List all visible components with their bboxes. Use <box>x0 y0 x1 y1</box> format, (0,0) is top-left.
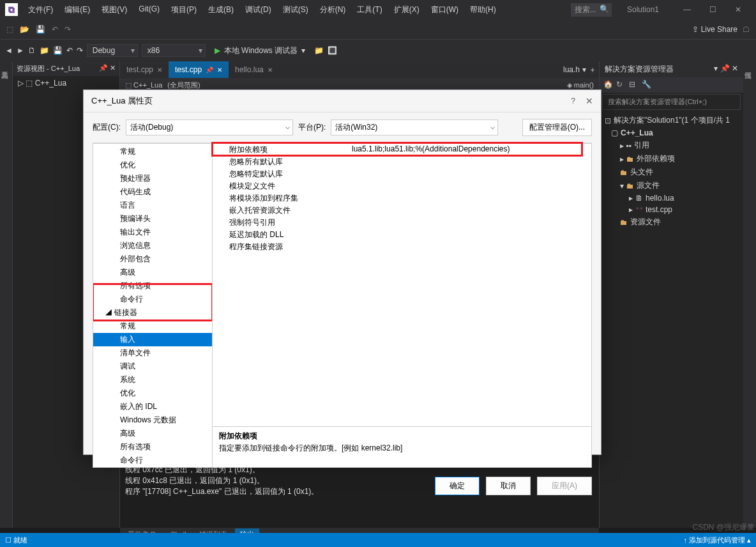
scope-context[interactable]: (全局范围) <box>167 81 561 90</box>
tree-item[interactable]: 语言 <box>93 199 212 212</box>
user-icon[interactable]: ☖ <box>741 24 751 35</box>
menu-item[interactable]: 测试(S) <box>278 2 314 18</box>
new-icon[interactable]: 🗋 <box>28 46 36 55</box>
platform-combobox[interactable]: x86 <box>142 44 206 57</box>
live-share-button[interactable]: ⇪ Live Share <box>692 25 737 34</box>
pane-pin-icon[interactable]: 📌 ✕ <box>99 64 116 73</box>
tree-item[interactable]: 系统 <box>93 373 212 387</box>
tree-item[interactable]: 浏览信息 <box>93 239 212 252</box>
tree-item[interactable]: 优化 <box>93 158 212 172</box>
property-row[interactable]: 附加依赖项lua5.1.lib;lua51.lib;%(AdditionalDe… <box>213 144 591 156</box>
apply-button[interactable]: 应用(A) <box>537 477 592 495</box>
redo2-icon[interactable]: ↷ <box>77 46 83 55</box>
tree-item[interactable]: 预编译头 <box>93 212 212 226</box>
menu-item[interactable]: 调试(D) <box>240 2 276 18</box>
property-row[interactable]: 程序集链接资源 <box>213 241 591 253</box>
open-folder-icon[interactable]: 📁 <box>40 46 49 55</box>
save-all-icon[interactable]: 💾 <box>53 46 63 55</box>
tree-item[interactable]: 清单文件 <box>93 346 212 360</box>
properties-icon[interactable]: 🔳 <box>328 46 337 55</box>
external-deps-node[interactable]: ▸ 🖿 外部依赖项 <box>602 152 741 166</box>
menu-item[interactable]: 窗口(W) <box>426 2 464 18</box>
home-icon[interactable]: 🏠 <box>603 80 614 90</box>
menu-item[interactable]: 帮助(H) <box>465 2 501 18</box>
platform-select[interactable]: 活动(Win32) <box>331 119 498 135</box>
pin-icon[interactable]: 📌 <box>720 64 730 73</box>
tree-item[interactable]: 输入 <box>93 333 212 346</box>
menu-item[interactable]: 编辑(E) <box>59 2 95 18</box>
pin-icon[interactable]: 📌 <box>206 66 213 73</box>
tree-item[interactable]: 优化 <box>93 387 212 400</box>
chevron-down-icon[interactable]: ▾ <box>582 65 586 74</box>
right-sidebar-tab[interactable]: 属性 <box>743 61 756 528</box>
property-row[interactable]: 忽略所有默认库 <box>213 156 591 168</box>
resources-node[interactable]: 🖿 资源文件 <box>602 215 741 229</box>
toggle-icon[interactable]: ⊟ <box>629 80 639 90</box>
property-row[interactable]: 延迟加载的 DLL <box>213 229 591 241</box>
tree-item[interactable]: 所有选项 <box>93 440 212 454</box>
project-node[interactable]: ▢ C++_Lua <box>602 127 741 139</box>
editor-tab[interactable]: test.cpp ✕ <box>120 61 169 78</box>
tree-item[interactable]: 输出文件 <box>93 226 212 239</box>
source-control-status[interactable]: ↑ 添加到源代码管理 ▴ <box>683 535 751 545</box>
tree-item[interactable]: 预处理器 <box>93 172 212 185</box>
undo2-icon[interactable]: ↶ <box>66 46 73 55</box>
fwd-icon[interactable]: ► <box>17 46 24 55</box>
tree-item[interactable]: 高级 <box>93 427 212 440</box>
tree-item[interactable]: ◢ 链接器 <box>93 306 212 320</box>
search-input[interactable]: 搜索... 🔍 <box>571 3 612 17</box>
property-grid[interactable]: 附加依赖项lua5.1.lib;lua51.lib;%(AdditionalDe… <box>213 144 591 426</box>
property-row[interactable]: 嵌入托管资源文件 <box>213 204 591 217</box>
sync-icon[interactable]: ↻ <box>616 80 626 90</box>
property-row[interactable]: 模块定义文件 <box>213 180 591 192</box>
tree-item[interactable]: Windows 元数据 <box>93 413 212 427</box>
folder-icon[interactable]: 📁 <box>314 46 324 55</box>
config-combobox[interactable]: Debug <box>87 44 138 57</box>
menu-item[interactable]: 工具(T) <box>352 2 387 18</box>
tree-item[interactable]: 常规 <box>93 145 212 158</box>
redo-icon[interactable]: ↷ <box>63 24 72 35</box>
tree-item[interactable]: 代码生成 <box>93 185 212 199</box>
tree-item[interactable]: 命令行 <box>93 293 212 306</box>
menu-item[interactable]: 生成(B) <box>203 2 239 18</box>
tree-item[interactable]: 所有选项 <box>93 279 212 293</box>
headers-node[interactable]: 🖿 头文件 <box>602 166 741 179</box>
menu-item[interactable]: Git(G) <box>133 2 165 18</box>
back-icon[interactable]: ◄ <box>5 46 13 55</box>
undo-icon[interactable]: ↶ <box>50 24 59 35</box>
nav-back-icon[interactable]: ⬚ <box>5 24 15 35</box>
menu-item[interactable]: 扩展(X) <box>389 2 425 18</box>
cancel-button[interactable]: 取消 <box>486 477 531 495</box>
left-sidebar-tab[interactable]: 工具箱 <box>0 61 13 528</box>
source-node[interactable]: ▾ 🖿 源文件 <box>602 179 741 192</box>
help-icon[interactable]: ? <box>571 96 575 105</box>
close-button[interactable]: ✕ <box>725 2 751 17</box>
solution-root[interactable]: ⊡ 解决方案"Solution1"(1 个项目/共 1 <box>602 114 741 127</box>
menu-item[interactable]: 视图(V) <box>96 2 132 18</box>
close-tab-icon[interactable]: ✕ <box>217 66 222 73</box>
editor-tab[interactable]: hello.lua ✕ <box>229 61 279 78</box>
menu-item[interactable]: 项目(P) <box>166 2 202 18</box>
menu-item[interactable]: 分析(N) <box>315 2 351 18</box>
source-file[interactable]: ▸ ⁺⁺ test.cpp <box>602 204 741 215</box>
editor-tab[interactable]: test.cpp 📌 ✕ <box>169 61 229 78</box>
add-icon[interactable]: ＋ <box>589 65 596 75</box>
overflow-tab[interactable]: lua.h <box>563 65 580 74</box>
minimize-button[interactable]: — <box>674 2 700 17</box>
menu-item[interactable]: 文件(F) <box>23 2 58 18</box>
start-debug-button[interactable]: ▶ 本地 Windows 调试器 ▾ <box>209 44 310 58</box>
save-icon[interactable]: 💾 <box>34 24 47 35</box>
close-tab-icon[interactable]: ✕ <box>157 66 162 73</box>
resource-tree-root[interactable]: ▷ ⬚ C++_Lua <box>13 76 119 90</box>
references-node[interactable]: ▸ ▪▪ 引用 <box>602 139 741 152</box>
tree-item[interactable]: 命令行 <box>93 454 212 467</box>
tree-item[interactable]: 外部包含 <box>93 252 212 266</box>
property-row[interactable]: 强制符号引用 <box>213 217 591 229</box>
tree-item[interactable]: 高级 <box>93 266 212 279</box>
function-context[interactable]: ◈ main() <box>567 81 594 89</box>
dialog-close-icon[interactable]: ✕ <box>586 96 593 106</box>
project-context[interactable]: ⬚ C++_Lua <box>125 81 162 89</box>
tree-item[interactable]: 嵌入的 IDL <box>93 400 212 413</box>
close-pane-icon[interactable]: ✕ <box>732 64 738 73</box>
property-row[interactable]: 忽略特定默认库 <box>213 168 591 180</box>
